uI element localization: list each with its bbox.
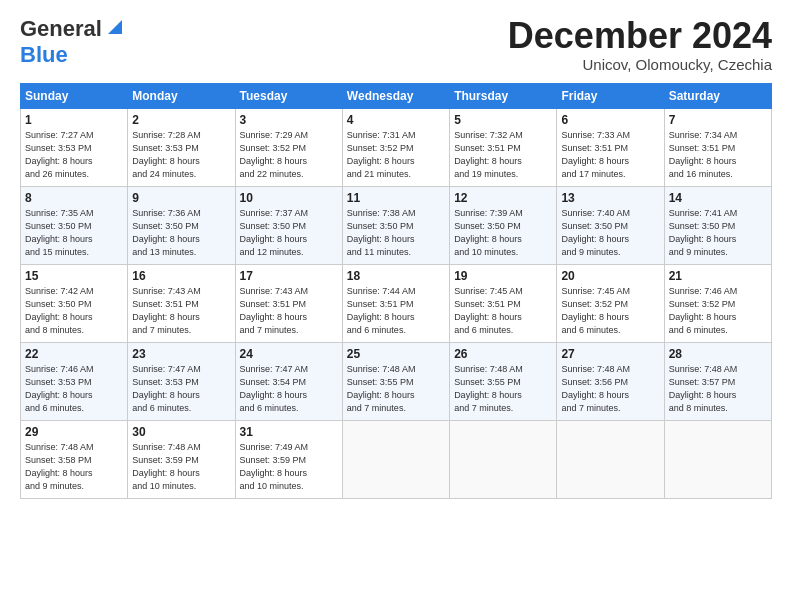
calendar-cell: 6Sunrise: 7:33 AM Sunset: 3:51 PM Daylig… <box>557 108 664 186</box>
day-number: 11 <box>347 191 445 205</box>
calendar-cell: 12Sunrise: 7:39 AM Sunset: 3:50 PM Dayli… <box>450 186 557 264</box>
page: General Blue December 2024 Unicov, Olomo… <box>0 0 792 612</box>
day-number: 4 <box>347 113 445 127</box>
calendar-week-3: 15Sunrise: 7:42 AM Sunset: 3:50 PM Dayli… <box>21 264 772 342</box>
svg-marker-0 <box>108 20 122 34</box>
day-info: Sunrise: 7:28 AM Sunset: 3:53 PM Dayligh… <box>132 129 230 181</box>
weekday-header-sunday: Sunday <box>21 83 128 108</box>
logo-blue: Blue <box>20 42 68 67</box>
calendar-cell: 9Sunrise: 7:36 AM Sunset: 3:50 PM Daylig… <box>128 186 235 264</box>
calendar-cell: 13Sunrise: 7:40 AM Sunset: 3:50 PM Dayli… <box>557 186 664 264</box>
day-info: Sunrise: 7:42 AM Sunset: 3:50 PM Dayligh… <box>25 285 123 337</box>
day-number: 3 <box>240 113 338 127</box>
header: General Blue December 2024 Unicov, Olomo… <box>20 16 772 73</box>
day-number: 5 <box>454 113 552 127</box>
day-info: Sunrise: 7:39 AM Sunset: 3:50 PM Dayligh… <box>454 207 552 259</box>
day-info: Sunrise: 7:38 AM Sunset: 3:50 PM Dayligh… <box>347 207 445 259</box>
calendar-cell: 30Sunrise: 7:48 AM Sunset: 3:59 PM Dayli… <box>128 420 235 498</box>
calendar-week-2: 8Sunrise: 7:35 AM Sunset: 3:50 PM Daylig… <box>21 186 772 264</box>
day-info: Sunrise: 7:27 AM Sunset: 3:53 PM Dayligh… <box>25 129 123 181</box>
day-number: 26 <box>454 347 552 361</box>
logo-general: General <box>20 16 102 42</box>
weekday-header-wednesday: Wednesday <box>342 83 449 108</box>
day-number: 24 <box>240 347 338 361</box>
day-info: Sunrise: 7:48 AM Sunset: 3:59 PM Dayligh… <box>132 441 230 493</box>
day-number: 29 <box>25 425 123 439</box>
calendar-cell: 22Sunrise: 7:46 AM Sunset: 3:53 PM Dayli… <box>21 342 128 420</box>
day-info: Sunrise: 7:46 AM Sunset: 3:53 PM Dayligh… <box>25 363 123 415</box>
day-number: 12 <box>454 191 552 205</box>
day-info: Sunrise: 7:34 AM Sunset: 3:51 PM Dayligh… <box>669 129 767 181</box>
day-info: Sunrise: 7:29 AM Sunset: 3:52 PM Dayligh… <box>240 129 338 181</box>
day-number: 14 <box>669 191 767 205</box>
day-info: Sunrise: 7:33 AM Sunset: 3:51 PM Dayligh… <box>561 129 659 181</box>
calendar-week-5: 29Sunrise: 7:48 AM Sunset: 3:58 PM Dayli… <box>21 420 772 498</box>
calendar-cell: 16Sunrise: 7:43 AM Sunset: 3:51 PM Dayli… <box>128 264 235 342</box>
day-info: Sunrise: 7:44 AM Sunset: 3:51 PM Dayligh… <box>347 285 445 337</box>
day-number: 15 <box>25 269 123 283</box>
day-number: 23 <box>132 347 230 361</box>
weekday-header-saturday: Saturday <box>664 83 771 108</box>
calendar-cell: 4Sunrise: 7:31 AM Sunset: 3:52 PM Daylig… <box>342 108 449 186</box>
day-number: 25 <box>347 347 445 361</box>
title-block: December 2024 Unicov, Olomoucky, Czechia <box>508 16 772 73</box>
weekday-header-thursday: Thursday <box>450 83 557 108</box>
day-info: Sunrise: 7:48 AM Sunset: 3:56 PM Dayligh… <box>561 363 659 415</box>
calendar-cell: 23Sunrise: 7:47 AM Sunset: 3:53 PM Dayli… <box>128 342 235 420</box>
logo: General Blue <box>20 16 122 68</box>
day-number: 7 <box>669 113 767 127</box>
day-number: 30 <box>132 425 230 439</box>
day-info: Sunrise: 7:48 AM Sunset: 3:58 PM Dayligh… <box>25 441 123 493</box>
day-number: 6 <box>561 113 659 127</box>
calendar-cell: 10Sunrise: 7:37 AM Sunset: 3:50 PM Dayli… <box>235 186 342 264</box>
calendar-cell <box>342 420 449 498</box>
calendar-cell: 26Sunrise: 7:48 AM Sunset: 3:55 PM Dayli… <box>450 342 557 420</box>
day-number: 22 <box>25 347 123 361</box>
day-number: 13 <box>561 191 659 205</box>
day-info: Sunrise: 7:43 AM Sunset: 3:51 PM Dayligh… <box>240 285 338 337</box>
day-number: 27 <box>561 347 659 361</box>
calendar-cell: 21Sunrise: 7:46 AM Sunset: 3:52 PM Dayli… <box>664 264 771 342</box>
day-number: 21 <box>669 269 767 283</box>
day-number: 28 <box>669 347 767 361</box>
calendar-cell: 28Sunrise: 7:48 AM Sunset: 3:57 PM Dayli… <box>664 342 771 420</box>
day-info: Sunrise: 7:43 AM Sunset: 3:51 PM Dayligh… <box>132 285 230 337</box>
calendar-cell: 15Sunrise: 7:42 AM Sunset: 3:50 PM Dayli… <box>21 264 128 342</box>
weekday-header-monday: Monday <box>128 83 235 108</box>
day-number: 31 <box>240 425 338 439</box>
calendar-cell: 25Sunrise: 7:48 AM Sunset: 3:55 PM Dayli… <box>342 342 449 420</box>
weekday-header-friday: Friday <box>557 83 664 108</box>
day-info: Sunrise: 7:45 AM Sunset: 3:52 PM Dayligh… <box>561 285 659 337</box>
day-number: 16 <box>132 269 230 283</box>
calendar-cell: 29Sunrise: 7:48 AM Sunset: 3:58 PM Dayli… <box>21 420 128 498</box>
calendar-cell: 18Sunrise: 7:44 AM Sunset: 3:51 PM Dayli… <box>342 264 449 342</box>
calendar-cell: 24Sunrise: 7:47 AM Sunset: 3:54 PM Dayli… <box>235 342 342 420</box>
logo-triangle-icon <box>104 18 122 36</box>
calendar-cell: 17Sunrise: 7:43 AM Sunset: 3:51 PM Dayli… <box>235 264 342 342</box>
calendar-cell: 20Sunrise: 7:45 AM Sunset: 3:52 PM Dayli… <box>557 264 664 342</box>
day-info: Sunrise: 7:45 AM Sunset: 3:51 PM Dayligh… <box>454 285 552 337</box>
day-info: Sunrise: 7:41 AM Sunset: 3:50 PM Dayligh… <box>669 207 767 259</box>
day-info: Sunrise: 7:47 AM Sunset: 3:54 PM Dayligh… <box>240 363 338 415</box>
calendar-cell: 14Sunrise: 7:41 AM Sunset: 3:50 PM Dayli… <box>664 186 771 264</box>
day-info: Sunrise: 7:47 AM Sunset: 3:53 PM Dayligh… <box>132 363 230 415</box>
day-number: 17 <box>240 269 338 283</box>
day-number: 20 <box>561 269 659 283</box>
day-info: Sunrise: 7:40 AM Sunset: 3:50 PM Dayligh… <box>561 207 659 259</box>
calendar-week-1: 1Sunrise: 7:27 AM Sunset: 3:53 PM Daylig… <box>21 108 772 186</box>
day-number: 18 <box>347 269 445 283</box>
calendar-cell <box>450 420 557 498</box>
day-info: Sunrise: 7:48 AM Sunset: 3:57 PM Dayligh… <box>669 363 767 415</box>
calendar-cell: 11Sunrise: 7:38 AM Sunset: 3:50 PM Dayli… <box>342 186 449 264</box>
day-number: 10 <box>240 191 338 205</box>
calendar-cell: 31Sunrise: 7:49 AM Sunset: 3:59 PM Dayli… <box>235 420 342 498</box>
day-info: Sunrise: 7:49 AM Sunset: 3:59 PM Dayligh… <box>240 441 338 493</box>
calendar-cell: 27Sunrise: 7:48 AM Sunset: 3:56 PM Dayli… <box>557 342 664 420</box>
day-number: 19 <box>454 269 552 283</box>
day-info: Sunrise: 7:48 AM Sunset: 3:55 PM Dayligh… <box>454 363 552 415</box>
weekday-header-tuesday: Tuesday <box>235 83 342 108</box>
month-title: December 2024 <box>508 16 772 56</box>
day-number: 1 <box>25 113 123 127</box>
day-number: 8 <box>25 191 123 205</box>
calendar-cell: 2Sunrise: 7:28 AM Sunset: 3:53 PM Daylig… <box>128 108 235 186</box>
